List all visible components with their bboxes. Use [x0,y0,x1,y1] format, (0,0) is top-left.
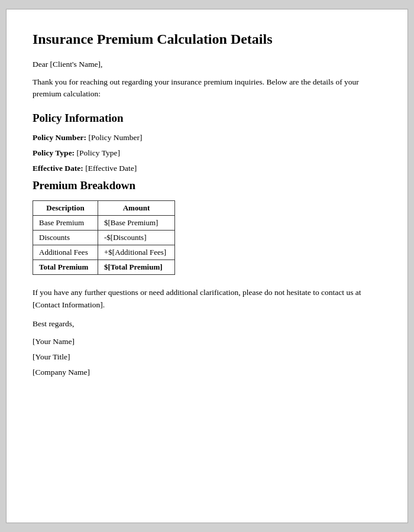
discounts-value: -$[Discounts] [98,231,175,245]
premium-breakdown-section: Premium Breakdown Description Amount Bas… [33,179,381,275]
policy-number-label: Policy Number: [33,133,86,142]
additional-fees-label: Additional Fees [33,245,98,260]
policy-info-heading: Policy Information [33,112,381,125]
premium-breakdown-heading: Premium Breakdown [33,179,381,192]
table-row-total: Total Premium $[Total Premium] [33,260,175,275]
effective-date-value: [Effective Date] [85,164,137,173]
signoff-company: [Company Name] [33,368,381,377]
salutation: Dear [Client's Name], [33,60,381,69]
additional-fees-value: +$[Additional Fees] [98,245,175,260]
effective-date-field: Effective Date: [Effective Date] [33,164,381,173]
intro-text: Thank you for reaching out regarding you… [33,76,381,100]
policy-type-label: Policy Type: [33,148,75,157]
policy-number-value: [Policy Number] [88,133,142,142]
document-title: Insurance Premium Calculation Details [33,31,381,48]
effective-date-label: Effective Date: [33,164,83,173]
signoff-name: [Your Name] [33,337,381,346]
total-premium-label: Total Premium [33,260,98,275]
signoff-title: [Your Title] [33,352,381,362]
table-row: Discounts -$[Discounts] [33,231,175,245]
policy-type-field: Policy Type: [Policy Type] [33,148,381,158]
base-premium-value: $[Base Premium] [98,216,175,231]
policy-fields: Policy Number: [Policy Number] Policy Ty… [33,133,381,173]
regards-text: Best regards, [33,319,381,329]
col-amount: Amount [98,201,175,216]
discounts-label: Discounts [33,231,98,245]
table-header-row: Description Amount [33,201,175,216]
col-description: Description [33,201,98,216]
table-row: Base Premium $[Base Premium] [33,216,175,231]
total-premium-value: $[Total Premium] [98,260,175,275]
policy-type-value: [Policy Type] [77,148,120,157]
footer-text: If you have any further questions or nee… [33,287,381,311]
base-premium-label: Base Premium [33,216,98,231]
policy-number-field: Policy Number: [Policy Number] [33,133,381,142]
breakdown-table: Description Amount Base Premium $[Base P… [33,200,175,275]
document-container: Insurance Premium Calculation Details De… [6,9,408,523]
table-row: Additional Fees +$[Additional Fees] [33,245,175,260]
